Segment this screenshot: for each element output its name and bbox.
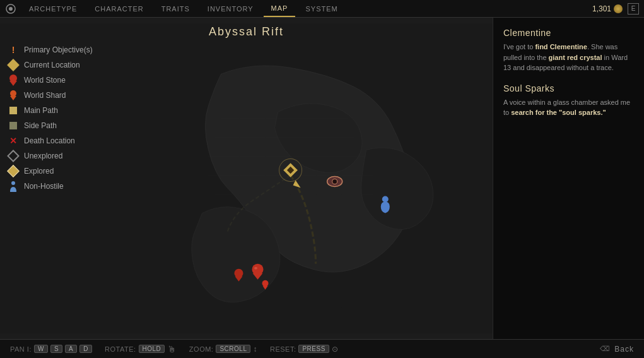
legend-death-location: ✕ Death Location <box>8 134 93 148</box>
key-d: D <box>79 345 92 353</box>
world-shard-icon <box>8 90 19 101</box>
currency-display: 1,301 <box>592 4 623 13</box>
nav-archetype-icon <box>5 3 16 15</box>
svg-point-1 <box>9 7 13 11</box>
svg-marker-5 <box>10 96 16 100</box>
quest-clementine: Clementine I've got to find Clementine. … <box>503 28 634 73</box>
nav-map[interactable]: MAP <box>264 0 296 17</box>
legend-side-path: Side Path <box>8 119 93 133</box>
quest-clementine-text: I've got to find Clementine. She was pul… <box>503 42 634 73</box>
control-reset: RESET: PRESS ⊙ <box>270 344 338 354</box>
quest-soul-sparks: Soul Sparks A voice within a glass chamb… <box>503 83 634 118</box>
quest-soul-sparks-text: A voice within a glass chamber asked me … <box>503 97 634 118</box>
legend-death-location-label: Death Location <box>24 136 75 145</box>
back-button[interactable]: ⌫ Back <box>600 345 634 354</box>
quest-clementine-title: Clementine <box>503 28 634 38</box>
map-legend: ! Primary Objective(s) Current Location … <box>8 43 93 193</box>
nav-archetype[interactable]: ARCHETYPE <box>21 0 85 17</box>
e-button[interactable]: E <box>628 3 639 15</box>
svg-point-4 <box>10 90 16 97</box>
control-zoom: ZOOM: SCROLL ↕ <box>189 344 257 354</box>
main-content: Abyssal Rift ! Primary Objective(s) Curr… <box>0 18 644 339</box>
current-location-icon <box>8 59 19 71</box>
quest-soul-sparks-title: Soul Sparks <box>503 83 634 93</box>
controls-section: PAN I: W S A D ROTATE: HOLD 🖱 ZOOM: SCRO… <box>10 344 338 354</box>
non-hostile-icon <box>8 181 19 192</box>
legend-main-path-label: Main Path <box>24 106 58 115</box>
nav-system[interactable]: SYSTEM <box>298 0 345 17</box>
legend-main-path: Main Path <box>8 104 93 117</box>
key-press: PRESS <box>298 345 329 353</box>
nav-inventory[interactable]: INVENTORY <box>200 0 261 17</box>
legend-non-hostile-label: Non-Hostile <box>24 182 64 191</box>
svg-marker-3 <box>9 81 17 86</box>
bottom-bar: PAN I: W S A D ROTATE: HOLD 🖱 ZOOM: SCRO… <box>0 339 644 358</box>
key-s: S <box>50 345 62 353</box>
unexplored-icon <box>8 150 19 162</box>
reset-label: RESET: <box>270 345 296 353</box>
legend-current-location-label: Current Location <box>24 61 80 69</box>
key-hold: HOLD <box>139 345 165 353</box>
svg-point-35 <box>382 196 389 203</box>
key-w: W <box>34 345 48 353</box>
legend-primary-objective-label: Primary Objective(s) <box>24 45 93 54</box>
key-scroll: SCROLL <box>216 345 250 353</box>
map-area[interactable]: Abyssal Rift ! Primary Objective(s) Curr… <box>0 18 493 339</box>
legend-current-location: Current Location <box>8 58 93 72</box>
death-location-icon: ✕ <box>8 135 19 146</box>
key-a: A <box>65 345 77 353</box>
svg-point-30 <box>254 267 257 270</box>
legend-unexplored: Unexplored <box>8 149 93 163</box>
control-rotate: ROTATE: HOLD 🖱 <box>105 344 177 354</box>
legend-explored-label: Explored <box>24 167 54 176</box>
legend-unexplored-label: Unexplored <box>24 152 62 160</box>
svg-point-33 <box>262 280 269 287</box>
right-panel: Clementine I've got to find Clementine. … <box>493 18 644 339</box>
primary-objective-icon: ! <box>8 44 19 56</box>
legend-non-hostile: Non-Hostile <box>8 179 93 193</box>
nav-character[interactable]: CHARACTER <box>87 0 151 17</box>
top-navigation: ARCHETYPE CHARACTER TRAITS INVENTORY MAP… <box>0 0 644 18</box>
legend-world-shard: World Shard <box>8 88 93 102</box>
legend-explored: Explored <box>8 164 93 178</box>
rotate-mouse-icon: 🖱 <box>167 344 177 354</box>
zoom-scroll-icon: ↕ <box>253 345 257 354</box>
back-esc-icon: ⌫ <box>600 345 611 353</box>
rotate-label: ROTATE: <box>105 345 136 353</box>
world-stone-icon <box>8 75 19 86</box>
pan-label: PAN I: <box>10 345 32 353</box>
main-path-icon <box>8 105 19 116</box>
legend-primary-objective: ! Primary Objective(s) <box>8 43 93 57</box>
nav-right-section: 1,301 E <box>592 3 639 15</box>
svg-point-31 <box>234 269 243 278</box>
svg-point-27 <box>332 179 337 184</box>
side-path-icon <box>8 120 19 131</box>
legend-world-shard-label: World Shard <box>24 91 66 100</box>
legend-world-stone: World Stone <box>8 73 93 87</box>
legend-side-path-label: Side Path <box>24 121 57 130</box>
control-pan: PAN I: W S A D <box>10 344 92 354</box>
nav-traits[interactable]: TRAITS <box>154 0 197 17</box>
svg-point-6 <box>11 181 15 185</box>
currency-icon <box>614 4 623 13</box>
currency-amount: 1,301 <box>592 4 611 13</box>
legend-world-stone-label: World Stone <box>24 76 66 85</box>
explored-icon <box>8 165 19 177</box>
map-title: Abyssal Rift <box>209 25 284 39</box>
back-label: Back <box>614 345 634 354</box>
reset-icon: ⊙ <box>332 345 339 354</box>
zoom-label: ZOOM: <box>189 345 214 353</box>
